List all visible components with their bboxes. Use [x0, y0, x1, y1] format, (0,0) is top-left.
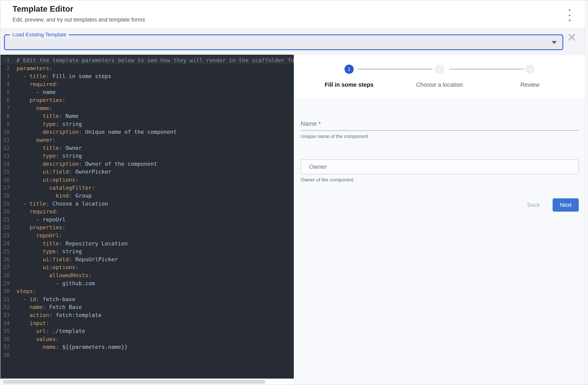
code-line: 3 - title: Fill in some steps: [0, 72, 294, 80]
template-editor-window: Template Editor Edit, preview, and try o…: [0, 0, 588, 385]
code-line: 32 name: Fetch Base: [0, 303, 294, 311]
code-line: 23 repoUrl:: [0, 232, 294, 239]
code-line: 29 - github.com: [0, 279, 294, 287]
code-line: 17 catalogFilter:: [0, 184, 294, 192]
code-line: 1# Edit the template parameters below to…: [0, 56, 294, 64]
code-line: 16 ui:options:: [0, 176, 294, 184]
name-field-helper: Unique name of the component: [301, 133, 579, 139]
line-number: 5: [0, 88, 10, 96]
back-button[interactable]: Back: [523, 202, 544, 208]
load-template-label: Load Existing Template: [10, 32, 69, 38]
line-number: 23: [0, 232, 10, 239]
stepper-row: 1 Fill in some steps 2 Choose a location…: [304, 55, 575, 98]
line-number: 20: [0, 208, 10, 216]
step-label: Review: [521, 82, 540, 88]
line-number: 38: [0, 351, 10, 359]
owner-field-block: Owner Owner of the component: [301, 159, 579, 183]
code-line: 5 - name: [0, 88, 294, 96]
page-scrollbar-gutter[interactable]: [585, 0, 588, 385]
line-number: 31: [0, 295, 10, 303]
code-line: 13 type: string: [0, 152, 294, 160]
code-line: 12 title: Owner: [0, 144, 294, 152]
step-circle: 3: [525, 64, 534, 74]
yaml-code-editor[interactable]: 1# Edit the template parameters below to…: [0, 55, 294, 379]
page-title: Template Editor: [12, 4, 585, 14]
kebab-menu-icon[interactable]: [565, 9, 574, 21]
code-line: 36 values:: [0, 335, 294, 343]
code-line: 7 name:: [0, 104, 294, 112]
line-number: 35: [0, 327, 10, 335]
line-number: 37: [0, 343, 10, 351]
line-number: 15: [0, 168, 10, 176]
code-line: 8 title: Name: [0, 112, 294, 120]
line-number: 34: [0, 319, 10, 327]
page-subtitle: Edit, preview, and try out templates and…: [12, 17, 585, 23]
close-icon: [567, 33, 576, 42]
editor-pane: 1# Edit the template parameters below to…: [0, 55, 294, 385]
name-input[interactable]: [301, 130, 579, 131]
line-number: 2: [0, 64, 10, 72]
line-number: 3: [0, 72, 10, 80]
line-number: 27: [0, 263, 10, 271]
code-line: 37 name: ${{parameters.name}}: [0, 343, 294, 351]
line-number: 30: [0, 287, 10, 295]
owner-field-label: Owner: [309, 163, 327, 170]
form-area: Name * Unique name of the component Owne…: [294, 98, 585, 385]
line-number: 25: [0, 247, 10, 256]
header: Template Editor Edit, preview, and try o…: [0, 0, 585, 29]
step-circle: 1: [344, 64, 354, 74]
code-line: 24 title: Repository Location: [0, 239, 294, 248]
load-template-select[interactable]: Load Existing Template: [4, 34, 563, 50]
horizontal-scrollbar-thumb[interactable]: [2, 380, 265, 384]
kebab-dot: [569, 20, 570, 21]
line-number: 6: [0, 96, 10, 104]
code-line: 28 allowedHosts:: [0, 271, 294, 279]
code-line: 38: [0, 351, 294, 359]
step-circle: 2: [435, 64, 444, 74]
name-field-block: Name * Unique name of the component: [301, 120, 579, 139]
code-line: 25 type: string: [0, 247, 294, 256]
code-line: 26 ui:field: RepoUrlPicker: [0, 256, 294, 263]
line-number: 22: [0, 223, 10, 232]
code-line: 6 properties:: [0, 96, 294, 104]
line-number: 28: [0, 271, 10, 279]
line-number: 11: [0, 136, 10, 144]
line-number: 4: [0, 80, 10, 88]
line-number: 26: [0, 256, 10, 263]
horizontal-scrollbar: [0, 379, 294, 385]
owner-input[interactable]: Owner: [301, 159, 579, 174]
code-line: 33 action: fetch:template: [0, 311, 294, 319]
kebab-dot: [569, 9, 570, 11]
code-line: 34 input:: [0, 319, 294, 327]
code-line: 10 description: Unique name of the compo…: [0, 128, 294, 136]
line-number: 19: [0, 200, 10, 208]
code-line: 11 owner:: [0, 136, 294, 144]
line-number: 29: [0, 279, 10, 287]
line-number: 17: [0, 184, 10, 192]
caret-down-icon: [552, 41, 557, 44]
line-number: 36: [0, 335, 10, 343]
step-fill-in-some-steps: 1 Fill in some steps: [304, 55, 394, 98]
line-number: 10: [0, 128, 10, 136]
kebab-dot: [569, 15, 570, 16]
code-line: 18 kind: Group: [0, 192, 294, 200]
code-line: 30steps:: [0, 287, 294, 295]
step-label: Choose a location: [416, 82, 463, 88]
stepper: 1 Fill in some steps 2 Choose a location…: [294, 55, 585, 98]
main-split: 1# Edit the template parameters below to…: [0, 55, 585, 385]
code-line: 31 - id: fetch-base: [0, 295, 294, 303]
owner-field-helper: Owner of the component: [301, 177, 579, 183]
step-review: 3 Review: [485, 55, 575, 98]
code-line: 19 - title: Choose a location: [0, 200, 294, 208]
line-number: 33: [0, 311, 10, 319]
code-line: 14 description: Owner of the component: [0, 160, 294, 168]
code-line: 15 ui:field: OwnerPicker: [0, 168, 294, 176]
clear-template-button[interactable]: [567, 33, 576, 42]
next-button[interactable]: Next: [553, 198, 579, 212]
code-line: 22 properties:: [0, 223, 294, 232]
line-number: 1: [0, 56, 10, 64]
line-number: 14: [0, 160, 10, 168]
line-number: 32: [0, 303, 10, 311]
line-number: 21: [0, 216, 10, 224]
code-line: 2parameters:: [0, 64, 294, 72]
